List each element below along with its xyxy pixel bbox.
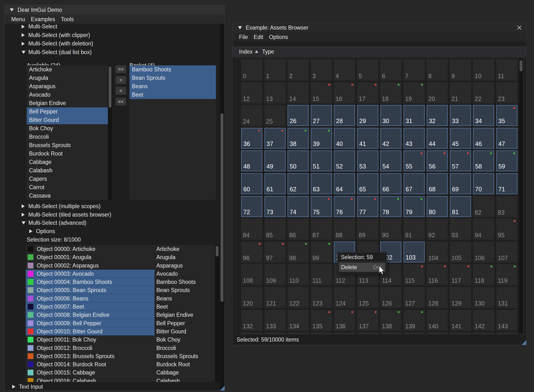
asset-tile-128[interactable]: 128 <box>427 287 448 308</box>
move-all-left-button[interactable]: << <box>116 98 126 106</box>
demo-window-scrollbar[interactable] <box>220 24 224 390</box>
asset-tile-153[interactable] <box>450 332 471 334</box>
asset-tile-5[interactable]: 5 <box>357 60 378 81</box>
resize-grip-icon[interactable] <box>220 386 225 391</box>
asset-tile-75[interactable]: 75 <box>311 196 332 217</box>
move-right-button[interactable]: > <box>116 76 126 84</box>
asset-tile-134[interactable]: 134 <box>288 310 309 331</box>
asset-tile-85[interactable]: 85 <box>264 219 286 240</box>
asset-tile-51[interactable]: 51 <box>311 150 332 171</box>
asset-tile-135[interactable]: 135 <box>311 310 332 331</box>
asset-tile-107[interactable]: 107 <box>496 242 517 262</box>
asset-tile-13[interactable]: 13 <box>264 82 286 103</box>
asset-tile-56[interactable]: 56 <box>427 150 448 171</box>
table-row[interactable]: Object 00010: Bitter GourdBitter Gourd <box>26 327 219 336</box>
asset-tile-47[interactable]: 47 <box>496 128 517 149</box>
asset-tile-9[interactable]: 9 <box>450 60 471 81</box>
asset-tile-82[interactable]: 82 <box>473 196 494 217</box>
asset-tile-78[interactable]: 78 <box>380 196 401 217</box>
asset-tile-20[interactable]: 20 <box>427 82 448 103</box>
asset-tile-125[interactable]: 125 <box>357 287 378 308</box>
tree-node-multi-select-advanced[interactable]: Multi-Select (advanced) <box>22 219 111 227</box>
move-all-right-button[interactable]: >> <box>116 65 126 73</box>
asset-tile-119[interactable]: 119 <box>496 264 517 285</box>
asset-tile-69[interactable]: 69 <box>450 173 471 194</box>
menu-item-menu[interactable]: Menu <box>11 16 25 23</box>
asset-tile-111[interactable]: 111 <box>311 264 332 285</box>
asset-tile-39[interactable]: 39 <box>311 128 332 149</box>
list-item-bean-sprouts[interactable]: Bean Sprouts <box>129 74 216 82</box>
table-row[interactable]: Object 00015: CabbageCabbage <box>26 368 219 377</box>
list-item-capers[interactable]: Capers <box>27 175 112 183</box>
asset-tile-2[interactable]: 2 <box>288 60 309 81</box>
list-item-burdock-root[interactable]: Burdock Root <box>27 149 112 158</box>
asset-tile-146[interactable] <box>288 332 309 334</box>
asset-tile-32[interactable]: 32 <box>427 105 448 126</box>
list-item-brussels-sprouts[interactable]: Brussels Sprouts <box>27 141 112 149</box>
asset-tile-93[interactable]: 93 <box>450 219 471 240</box>
asset-tile-49[interactable]: 49 <box>264 150 286 171</box>
tree-node-multi-select-multiple-scopes[interactable]: Multi-Select (multiple scopes) <box>22 202 111 211</box>
asset-tile-55[interactable]: 55 <box>404 150 425 171</box>
available-scrollbar-thumb[interactable] <box>109 66 111 108</box>
asset-tile-76[interactable]: 76 <box>334 196 355 217</box>
collapse-triangle-icon[interactable] <box>238 26 242 29</box>
list-item-belgian-endive[interactable]: Belgian Endive <box>27 99 112 107</box>
asset-tile-126[interactable]: 126 <box>380 287 401 308</box>
asset-tile-150[interactable] <box>380 332 401 334</box>
asset-tile-59[interactable]: 59 <box>496 150 517 171</box>
asset-tile-88[interactable]: 88 <box>334 219 355 240</box>
table-row[interactable]: Object 00007: BeetBeet <box>26 303 219 311</box>
asset-tile-46[interactable]: 46 <box>473 128 494 149</box>
tree-node-multi-select-tiled-assets-browser[interactable]: Multi-Select (tiled assets browser) <box>22 211 111 219</box>
asset-tile-91[interactable]: 91 <box>404 219 425 240</box>
asset-tile-61[interactable]: 61 <box>264 173 286 194</box>
asset-tile-17[interactable]: 17 <box>357 82 378 103</box>
menu-item-options[interactable]: Options <box>269 34 288 40</box>
list-item-bell-pepper[interactable]: Bell Pepper <box>27 107 112 116</box>
asset-tile-30[interactable]: 30 <box>380 105 401 126</box>
asset-tile-143[interactable]: 143 <box>496 310 517 331</box>
asset-tile-87[interactable]: 87 <box>311 219 332 240</box>
grid-scrollbar-thumb[interactable] <box>520 60 522 71</box>
asset-tile-86[interactable]: 86 <box>288 219 309 240</box>
asset-tile-104[interactable]: 104 <box>427 242 448 262</box>
asset-tile-154[interactable] <box>473 332 494 334</box>
asset-tile-6[interactable]: 6 <box>380 60 401 81</box>
asset-tile-37[interactable]: 37 <box>264 128 286 149</box>
asset-tile-12[interactable]: 12 <box>241 82 262 103</box>
tree-node-multi-select-with-clipper[interactable]: Multi-Select (with clipper) <box>22 31 93 40</box>
asset-tile-133[interactable]: 133 <box>264 310 286 331</box>
asset-tile-123[interactable]: 123 <box>311 287 332 308</box>
asset-tile-106[interactable]: 106 <box>473 242 494 262</box>
menu-item-file[interactable]: File <box>239 34 248 40</box>
list-item-beet[interactable]: Beet <box>129 91 216 99</box>
asset-tile-57[interactable]: 57 <box>450 150 471 171</box>
asset-tile-95[interactable]: 95 <box>496 219 517 240</box>
asset-tile-18[interactable]: 18 <box>380 82 401 103</box>
asset-tile-40[interactable]: 40 <box>334 128 355 149</box>
asset-tile-1[interactable]: 1 <box>264 60 286 81</box>
asset-tile-43[interactable]: 43 <box>404 128 425 149</box>
demo-window-scrollbar-thumb[interactable] <box>221 113 223 302</box>
asset-tile-83[interactable]: 83 <box>496 196 517 217</box>
asset-tile-23[interactable]: 23 <box>496 82 517 103</box>
tree-node-multi-select[interactable]: Multi-Select <box>22 22 93 31</box>
asset-tile-38[interactable]: 38 <box>288 128 309 149</box>
asset-tile-22[interactable]: 22 <box>473 82 494 103</box>
asset-tile-108[interactable]: 108 <box>241 264 262 285</box>
asset-tile-115[interactable]: 115 <box>404 264 425 285</box>
asset-tile-122[interactable]: 122 <box>288 287 309 308</box>
list-item-asparagus[interactable]: Asparagus <box>27 82 112 91</box>
asset-tile-131[interactable]: 131 <box>496 287 517 308</box>
asset-tile-54[interactable]: 54 <box>380 150 401 171</box>
asset-tile-68[interactable]: 68 <box>427 173 448 194</box>
asset-tile-50[interactable]: 50 <box>288 150 309 171</box>
asset-tile-145[interactable] <box>264 332 286 334</box>
asset-tile-19[interactable]: 19 <box>404 82 425 103</box>
asset-tile-155[interactable] <box>496 332 517 334</box>
asset-tile-70[interactable]: 70 <box>473 173 494 194</box>
list-item-broccoli[interactable]: Broccoli <box>27 133 112 141</box>
asset-tile-21[interactable]: 21 <box>450 82 471 103</box>
asset-tile-139[interactable]: 139 <box>404 310 425 331</box>
